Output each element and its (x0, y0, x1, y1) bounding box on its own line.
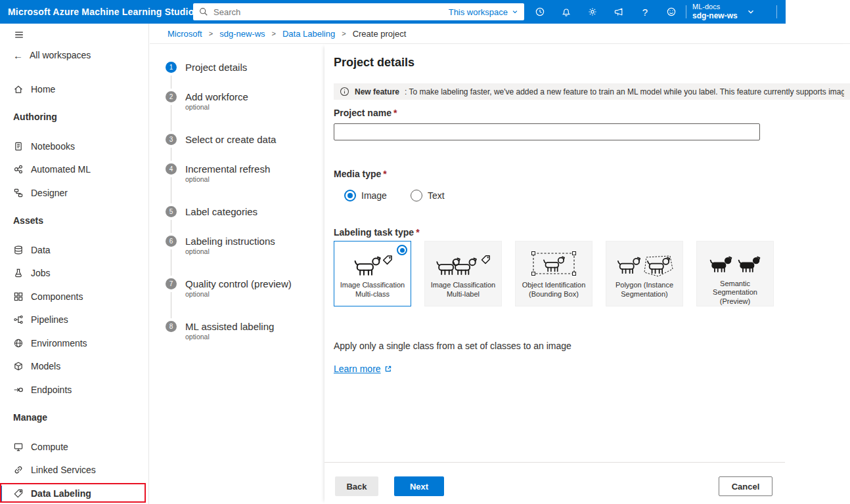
required-marker: * (383, 169, 386, 179)
step-optional-label: optional (185, 175, 315, 183)
step-label: Quality control (preview) (185, 278, 315, 290)
settings-button[interactable] (579, 0, 606, 24)
card-label: Image Classification Multi-class (334, 281, 411, 299)
data-icon (13, 245, 24, 255)
breadcrumb-microsoft[interactable]: Microsoft (168, 29, 202, 39)
sidebar-item-linked-services[interactable]: Linked Services (0, 459, 148, 482)
notifications-button[interactable] (553, 0, 579, 24)
task-card-polygon-instance-segmentation[interactable]: Polygon (Instance Segmentation) (606, 241, 683, 306)
feedback-button[interactable] (606, 0, 632, 24)
wizard-step-quality-control[interactable]: 7 Quality control (preview) optional (166, 278, 315, 320)
breadcrumb-separator: > (342, 30, 346, 37)
back-button[interactable]: Back (335, 476, 378, 496)
sidebar: ← All workspaces Home Authoring Notebook… (0, 24, 149, 504)
wizard-step-labeling-instructions[interactable]: 6 Labeling instructions optional (166, 235, 315, 278)
app-title: Microsoft Azure Machine Learning Studio (8, 0, 194, 24)
wizard-step-add-workforce[interactable]: 2 Add workforce optional (166, 91, 315, 133)
sidebar-item-designer[interactable]: Designer (0, 181, 148, 205)
dog-tag-icon (351, 250, 394, 278)
next-button[interactable]: Next (394, 476, 444, 496)
card-label: Semantic Segmentation (Preview) (697, 280, 773, 306)
history-button[interactable] (527, 0, 553, 24)
sidebar-spacer (0, 64, 148, 77)
learn-more-link[interactable]: Learn more (334, 364, 392, 374)
wizard-step-ml-assisted-labeling[interactable]: 8 ML assisted labeling optional (166, 320, 315, 341)
wizard-step-label-categories[interactable]: 5 Label categories (166, 205, 315, 235)
topbar-divider (776, 5, 777, 18)
search-scope-dropdown[interactable]: This workspace (449, 7, 518, 17)
task-card-image-classification-multi-class[interactable]: Image Classification Multi-class (334, 241, 411, 306)
wizard-step-project-details[interactable]: 1 Project details (166, 61, 315, 91)
external-link-icon (384, 365, 392, 373)
media-type-label: Media type* (334, 169, 387, 179)
history-icon (535, 7, 545, 17)
all-workspaces-link[interactable]: ← All workspaces (0, 46, 148, 64)
dogs-polygon-icon (615, 249, 673, 278)
radio-unchecked[interactable] (411, 190, 422, 201)
sidebar-item-data[interactable]: Data (0, 238, 148, 262)
page-title: Project details (334, 56, 414, 70)
endpoints-icon (13, 385, 24, 395)
breadcrumb-workspace[interactable]: sdg-new-ws (219, 29, 265, 39)
task-card-semantic-segmentation-preview[interactable]: Semantic Segmentation (Preview) (696, 241, 774, 306)
topbar-divider (686, 5, 686, 18)
breadcrumb-data-labeling[interactable]: Data Labeling (282, 29, 335, 39)
card-label: Image Classification Multi-label (425, 281, 501, 299)
wizard-step-incremental-refresh[interactable]: 4 Incremental refresh optional (166, 163, 315, 205)
sidebar-item-home[interactable]: Home (0, 77, 148, 101)
smiley-feedback-button[interactable] (658, 0, 684, 24)
menu-toggle[interactable] (0, 24, 148, 46)
data-labeling-icon (13, 488, 24, 499)
help-icon: ? (642, 7, 648, 18)
sidebar-item-components[interactable]: Components (0, 285, 148, 308)
media-option-text[interactable]: Text (411, 190, 445, 201)
workspace-selector[interactable]: ML-docs sdg-new-ws (692, 0, 755, 24)
step-circle: 8 (166, 321, 177, 332)
media-type-radios: Image Text (344, 190, 445, 201)
breadcrumb-separator: > (209, 30, 213, 37)
required-marker: * (393, 108, 397, 118)
task-card-image-classification-multi-label[interactable]: Image Classification Multi-label (424, 241, 502, 306)
labeling-task-type-label: Labeling task type* (334, 227, 420, 238)
models-icon (13, 361, 24, 371)
help-button[interactable]: ? (632, 0, 658, 24)
dog-bounding-box-icon (528, 248, 579, 278)
sidebar-item-endpoints[interactable]: Endpoints (0, 378, 148, 402)
sidebar-item-pipelines[interactable]: Pipelines (0, 308, 148, 332)
sidebar-item-notebooks[interactable]: Notebooks (0, 135, 148, 158)
topbar-icon-buttons: ? (527, 0, 684, 24)
sidebar-item-data-labeling[interactable]: Data Labeling (0, 482, 148, 504)
step-optional-label: optional (185, 290, 315, 298)
media-option-image[interactable]: Image (344, 190, 387, 201)
sidebar-item-jobs[interactable]: Jobs (0, 262, 148, 285)
hamburger-icon (14, 30, 24, 40)
home-icon (13, 84, 24, 94)
task-type-cards: Image Classification Multi-class Image C… (334, 241, 774, 306)
sidebar-item-models[interactable]: Models (0, 355, 148, 379)
task-card-object-identification-bounding-box[interactable]: Object Identification (Bounding Box) (515, 241, 593, 306)
step-label: Label categories (185, 205, 315, 218)
gear-icon (587, 7, 598, 17)
cancel-button[interactable]: Cancel (719, 476, 772, 496)
dogs-filled-icon (708, 249, 762, 276)
global-search[interactable]: This workspace (193, 3, 524, 20)
chevron-down-icon (512, 9, 518, 15)
components-icon (13, 291, 24, 302)
step-circle: 7 (166, 278, 177, 289)
main-panel: Project details New feature: To make lab… (324, 44, 850, 504)
wizard-step-select-or-create-data[interactable]: 3 Select or create data (166, 133, 315, 163)
card-label: Object Identification (Bounding Box) (516, 281, 592, 299)
sidebar-item-compute[interactable]: Compute (0, 435, 148, 459)
task-description: Apply only a single class from a set of … (334, 341, 571, 351)
step-circle: 6 (166, 236, 177, 247)
search-input[interactable] (212, 7, 445, 18)
project-name-input[interactable] (334, 123, 760, 140)
radio-checked[interactable] (344, 190, 356, 201)
sidebar-item-environments[interactable]: Environments (0, 331, 148, 355)
breadcrumb-current-page: Create project (353, 29, 407, 39)
sidebar-item-automated-ml[interactable]: Automated ML (0, 158, 148, 182)
top-app-bar: Microsoft Azure Machine Learning Studio … (0, 0, 786, 24)
pipelines-icon (13, 314, 24, 325)
required-marker: * (416, 227, 419, 238)
jobs-icon (13, 268, 24, 278)
